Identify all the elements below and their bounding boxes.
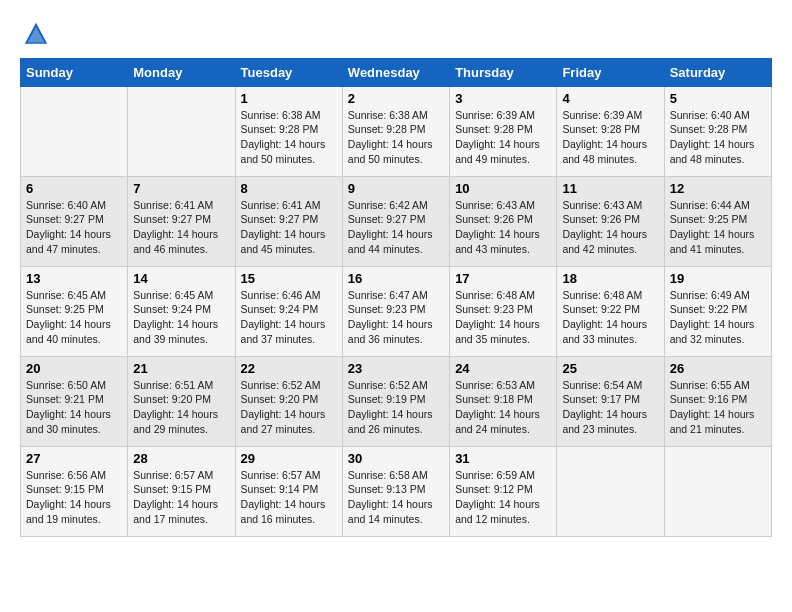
day-number: 7 — [133, 181, 229, 196]
calendar-cell: 15Sunrise: 6:46 AM Sunset: 9:24 PM Dayli… — [235, 266, 342, 356]
calendar-cell — [21, 86, 128, 176]
day-number: 11 — [562, 181, 658, 196]
calendar-cell: 5Sunrise: 6:40 AM Sunset: 9:28 PM Daylig… — [664, 86, 771, 176]
calendar-cell: 29Sunrise: 6:57 AM Sunset: 9:14 PM Dayli… — [235, 446, 342, 536]
calendar-cell — [128, 86, 235, 176]
day-number: 19 — [670, 271, 766, 286]
column-header-sunday: Sunday — [21, 58, 128, 86]
calendar-cell: 30Sunrise: 6:58 AM Sunset: 9:13 PM Dayli… — [342, 446, 449, 536]
day-number: 15 — [241, 271, 337, 286]
calendar-cell: 18Sunrise: 6:48 AM Sunset: 9:22 PM Dayli… — [557, 266, 664, 356]
day-number: 6 — [26, 181, 122, 196]
day-info: Sunrise: 6:50 AM Sunset: 9:21 PM Dayligh… — [26, 378, 122, 437]
day-number: 22 — [241, 361, 337, 376]
calendar-cell: 11Sunrise: 6:43 AM Sunset: 9:26 PM Dayli… — [557, 176, 664, 266]
calendar-week-2: 6Sunrise: 6:40 AM Sunset: 9:27 PM Daylig… — [21, 176, 772, 266]
column-header-friday: Friday — [557, 58, 664, 86]
calendar-cell: 3Sunrise: 6:39 AM Sunset: 9:28 PM Daylig… — [450, 86, 557, 176]
calendar-cell: 14Sunrise: 6:45 AM Sunset: 9:24 PM Dayli… — [128, 266, 235, 356]
day-info: Sunrise: 6:57 AM Sunset: 9:15 PM Dayligh… — [133, 468, 229, 527]
day-info: Sunrise: 6:58 AM Sunset: 9:13 PM Dayligh… — [348, 468, 444, 527]
day-number: 5 — [670, 91, 766, 106]
day-number: 2 — [348, 91, 444, 106]
column-header-monday: Monday — [128, 58, 235, 86]
day-info: Sunrise: 6:54 AM Sunset: 9:17 PM Dayligh… — [562, 378, 658, 437]
day-info: Sunrise: 6:56 AM Sunset: 9:15 PM Dayligh… — [26, 468, 122, 527]
calendar-cell: 26Sunrise: 6:55 AM Sunset: 9:16 PM Dayli… — [664, 356, 771, 446]
calendar-cell: 25Sunrise: 6:54 AM Sunset: 9:17 PM Dayli… — [557, 356, 664, 446]
calendar-table: SundayMondayTuesdayWednesdayThursdayFrid… — [20, 58, 772, 537]
day-number: 12 — [670, 181, 766, 196]
day-info: Sunrise: 6:46 AM Sunset: 9:24 PM Dayligh… — [241, 288, 337, 347]
day-info: Sunrise: 6:38 AM Sunset: 9:28 PM Dayligh… — [241, 108, 337, 167]
day-number: 21 — [133, 361, 229, 376]
calendar-cell: 31Sunrise: 6:59 AM Sunset: 9:12 PM Dayli… — [450, 446, 557, 536]
calendar-cell: 10Sunrise: 6:43 AM Sunset: 9:26 PM Dayli… — [450, 176, 557, 266]
day-number: 8 — [241, 181, 337, 196]
day-info: Sunrise: 6:48 AM Sunset: 9:23 PM Dayligh… — [455, 288, 551, 347]
day-info: Sunrise: 6:57 AM Sunset: 9:14 PM Dayligh… — [241, 468, 337, 527]
day-info: Sunrise: 6:41 AM Sunset: 9:27 PM Dayligh… — [133, 198, 229, 257]
day-number: 20 — [26, 361, 122, 376]
column-header-tuesday: Tuesday — [235, 58, 342, 86]
day-number: 1 — [241, 91, 337, 106]
calendar-cell: 22Sunrise: 6:52 AM Sunset: 9:20 PM Dayli… — [235, 356, 342, 446]
day-info: Sunrise: 6:55 AM Sunset: 9:16 PM Dayligh… — [670, 378, 766, 437]
day-info: Sunrise: 6:53 AM Sunset: 9:18 PM Dayligh… — [455, 378, 551, 437]
day-number: 26 — [670, 361, 766, 376]
calendar-week-4: 20Sunrise: 6:50 AM Sunset: 9:21 PM Dayli… — [21, 356, 772, 446]
calendar-cell: 24Sunrise: 6:53 AM Sunset: 9:18 PM Dayli… — [450, 356, 557, 446]
day-number: 18 — [562, 271, 658, 286]
calendar-cell — [664, 446, 771, 536]
calendar-week-5: 27Sunrise: 6:56 AM Sunset: 9:15 PM Dayli… — [21, 446, 772, 536]
day-number: 3 — [455, 91, 551, 106]
day-number: 27 — [26, 451, 122, 466]
page-header — [20, 20, 772, 48]
day-number: 16 — [348, 271, 444, 286]
day-info: Sunrise: 6:44 AM Sunset: 9:25 PM Dayligh… — [670, 198, 766, 257]
day-number: 13 — [26, 271, 122, 286]
logo-text — [20, 20, 52, 48]
calendar-cell — [557, 446, 664, 536]
day-info: Sunrise: 6:40 AM Sunset: 9:27 PM Dayligh… — [26, 198, 122, 257]
day-info: Sunrise: 6:52 AM Sunset: 9:19 PM Dayligh… — [348, 378, 444, 437]
day-number: 31 — [455, 451, 551, 466]
calendar-cell: 19Sunrise: 6:49 AM Sunset: 9:22 PM Dayli… — [664, 266, 771, 356]
day-info: Sunrise: 6:43 AM Sunset: 9:26 PM Dayligh… — [455, 198, 551, 257]
calendar-week-3: 13Sunrise: 6:45 AM Sunset: 9:25 PM Dayli… — [21, 266, 772, 356]
calendar-cell: 1Sunrise: 6:38 AM Sunset: 9:28 PM Daylig… — [235, 86, 342, 176]
day-info: Sunrise: 6:45 AM Sunset: 9:25 PM Dayligh… — [26, 288, 122, 347]
day-info: Sunrise: 6:39 AM Sunset: 9:28 PM Dayligh… — [455, 108, 551, 167]
calendar-week-1: 1Sunrise: 6:38 AM Sunset: 9:28 PM Daylig… — [21, 86, 772, 176]
calendar-cell: 13Sunrise: 6:45 AM Sunset: 9:25 PM Dayli… — [21, 266, 128, 356]
day-number: 10 — [455, 181, 551, 196]
column-header-saturday: Saturday — [664, 58, 771, 86]
calendar-cell: 8Sunrise: 6:41 AM Sunset: 9:27 PM Daylig… — [235, 176, 342, 266]
day-info: Sunrise: 6:40 AM Sunset: 9:28 PM Dayligh… — [670, 108, 766, 167]
logo — [20, 20, 52, 48]
calendar-cell: 7Sunrise: 6:41 AM Sunset: 9:27 PM Daylig… — [128, 176, 235, 266]
day-info: Sunrise: 6:42 AM Sunset: 9:27 PM Dayligh… — [348, 198, 444, 257]
calendar-cell: 21Sunrise: 6:51 AM Sunset: 9:20 PM Dayli… — [128, 356, 235, 446]
day-info: Sunrise: 6:51 AM Sunset: 9:20 PM Dayligh… — [133, 378, 229, 437]
day-number: 24 — [455, 361, 551, 376]
calendar-cell: 4Sunrise: 6:39 AM Sunset: 9:28 PM Daylig… — [557, 86, 664, 176]
day-number: 30 — [348, 451, 444, 466]
calendar-cell: 17Sunrise: 6:48 AM Sunset: 9:23 PM Dayli… — [450, 266, 557, 356]
day-info: Sunrise: 6:49 AM Sunset: 9:22 PM Dayligh… — [670, 288, 766, 347]
calendar-cell: 9Sunrise: 6:42 AM Sunset: 9:27 PM Daylig… — [342, 176, 449, 266]
calendar-cell: 12Sunrise: 6:44 AM Sunset: 9:25 PM Dayli… — [664, 176, 771, 266]
day-info: Sunrise: 6:39 AM Sunset: 9:28 PM Dayligh… — [562, 108, 658, 167]
day-number: 29 — [241, 451, 337, 466]
calendar-cell: 6Sunrise: 6:40 AM Sunset: 9:27 PM Daylig… — [21, 176, 128, 266]
day-info: Sunrise: 6:52 AM Sunset: 9:20 PM Dayligh… — [241, 378, 337, 437]
day-number: 23 — [348, 361, 444, 376]
day-number: 28 — [133, 451, 229, 466]
calendar-cell: 16Sunrise: 6:47 AM Sunset: 9:23 PM Dayli… — [342, 266, 449, 356]
day-info: Sunrise: 6:41 AM Sunset: 9:27 PM Dayligh… — [241, 198, 337, 257]
column-header-wednesday: Wednesday — [342, 58, 449, 86]
day-info: Sunrise: 6:45 AM Sunset: 9:24 PM Dayligh… — [133, 288, 229, 347]
day-info: Sunrise: 6:59 AM Sunset: 9:12 PM Dayligh… — [455, 468, 551, 527]
day-number: 4 — [562, 91, 658, 106]
calendar-cell: 27Sunrise: 6:56 AM Sunset: 9:15 PM Dayli… — [21, 446, 128, 536]
